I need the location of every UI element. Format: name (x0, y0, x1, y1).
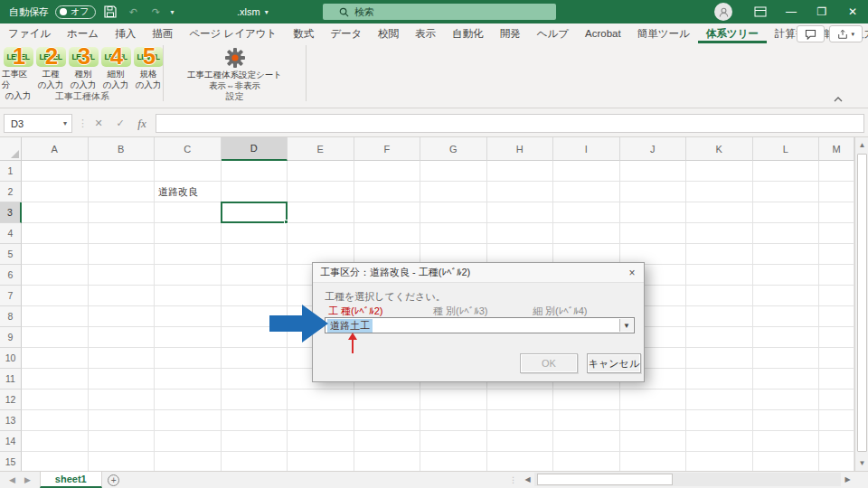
ribbon-tab-4[interactable]: ページ レイアウト (181, 23, 285, 43)
cell-G1[interactable] (420, 161, 487, 182)
cell-J13[interactable] (620, 410, 687, 431)
cell-M10[interactable] (819, 348, 854, 369)
cell-I12[interactable] (553, 389, 620, 410)
cell-J14[interactable] (620, 431, 687, 452)
cell-B3[interactable] (89, 202, 156, 223)
column-header-E[interactable]: E (288, 137, 354, 161)
cell-C5[interactable] (155, 244, 222, 265)
vertical-scrollbar[interactable]: ▲ ▼ (854, 137, 868, 471)
insert-function-icon[interactable]: fx (132, 114, 152, 133)
cell-L8[interactable] (753, 306, 820, 327)
ribbon-tab-8[interactable]: 表示 (407, 23, 444, 43)
cell-M7[interactable] (819, 286, 854, 306)
new-sheet-button[interactable]: + (102, 472, 126, 488)
name-box[interactable]: D3 ▾ (4, 114, 72, 133)
cell-M15[interactable] (819, 452, 854, 471)
column-header-L[interactable]: L (753, 137, 820, 161)
cell-M3[interactable] (819, 202, 854, 223)
column-header-B[interactable]: B (89, 137, 156, 161)
row-header-11[interactable]: 11 (0, 369, 22, 389)
workbook-title[interactable]: .xlsm ▾ (237, 0, 269, 23)
cell-L14[interactable] (753, 431, 820, 452)
cell-B11[interactable] (89, 369, 156, 389)
cell-G4[interactable] (420, 223, 487, 244)
cell-M1[interactable] (819, 161, 854, 182)
cell-K8[interactable] (686, 306, 753, 327)
cell-G3[interactable] (420, 202, 487, 223)
cell-K2[interactable] (686, 182, 753, 202)
cell-I2[interactable] (553, 182, 620, 202)
cell-B14[interactable] (89, 431, 156, 452)
dialog-titlebar[interactable]: 工事区分：道路改良 - 工種(ﾚﾍﾞﾙ2) × (313, 263, 644, 283)
row-header-4[interactable]: 4 (0, 223, 22, 244)
ribbon-tab-13[interactable]: 簡単ツール (629, 23, 698, 43)
row-header-5[interactable]: 5 (0, 244, 22, 265)
undo-icon[interactable]: ↶ (125, 5, 141, 19)
ribbon-tab-3[interactable]: 描画 (144, 23, 181, 43)
cell-K9[interactable] (686, 327, 753, 348)
cell-L9[interactable] (753, 327, 820, 348)
cell-A9[interactable] (22, 327, 89, 348)
cell-I3[interactable] (553, 202, 620, 223)
cell-K11[interactable] (686, 369, 753, 389)
cell-M8[interactable] (819, 306, 854, 327)
ribbon-tab-0[interactable]: ファイル (0, 23, 59, 43)
restore-button[interactable]: ❐ (807, 0, 837, 23)
sheet-nav-right-icon[interactable]: ▶ (24, 475, 31, 484)
ribbon-tab-11[interactable]: ヘルプ (529, 23, 577, 43)
ribbon-tab-6[interactable]: データ (322, 23, 370, 43)
cell-G2[interactable] (420, 182, 487, 202)
row-header-3[interactable]: 3 (0, 202, 22, 223)
cell-C12[interactable] (155, 389, 222, 410)
cell-A15[interactable] (22, 452, 89, 471)
cancel-entry-icon[interactable]: ✕ (89, 114, 108, 133)
row-header-15[interactable]: 15 (0, 452, 22, 471)
cell-K5[interactable] (686, 244, 753, 265)
column-header-A[interactable]: A (22, 137, 89, 161)
scroll-up-icon[interactable]: ▲ (855, 137, 868, 153)
row-header-12[interactable]: 12 (0, 389, 22, 410)
comments-button[interactable] (797, 25, 825, 42)
cell-L15[interactable] (753, 452, 820, 471)
cell-B5[interactable] (89, 244, 156, 265)
cell-F1[interactable] (354, 161, 421, 182)
cell-F15[interactable] (354, 452, 421, 471)
cell-J12[interactable] (620, 389, 687, 410)
cell-B12[interactable] (89, 389, 156, 410)
cell-C4[interactable] (155, 223, 222, 244)
ribbon-tab-2[interactable]: 挿入 (107, 23, 144, 43)
cell-L4[interactable] (753, 223, 820, 244)
cell-J1[interactable] (620, 161, 687, 182)
cell-E15[interactable] (288, 452, 354, 471)
cell-K14[interactable] (686, 431, 753, 452)
cell-A5[interactable] (22, 244, 89, 265)
confirm-entry-icon[interactable]: ✓ (110, 114, 130, 133)
cell-A14[interactable] (22, 431, 89, 452)
cell-C13[interactable] (155, 410, 222, 431)
cell-D10[interactable] (222, 348, 288, 369)
kousyu-combobox[interactable]: 道路土工 ▼ (325, 317, 635, 333)
cell-A4[interactable] (22, 223, 89, 244)
cell-A12[interactable] (22, 389, 89, 410)
cell-H2[interactable] (487, 182, 554, 202)
cell-A1[interactable] (22, 161, 89, 182)
cell-A3[interactable] (22, 202, 89, 223)
formula-input[interactable] (156, 114, 864, 133)
fill-handle[interactable] (284, 220, 288, 224)
cell-C1[interactable] (155, 161, 222, 182)
cell-K7[interactable] (686, 286, 753, 306)
cell-H3[interactable] (487, 202, 554, 223)
row-header-9[interactable]: 9 (0, 327, 22, 348)
cell-M2[interactable] (819, 182, 854, 202)
cell-E13[interactable] (288, 410, 354, 431)
minimize-button[interactable]: — (776, 0, 807, 23)
redo-icon[interactable]: ↷ (147, 5, 164, 19)
cell-C7[interactable] (155, 286, 222, 306)
cell-C8[interactable] (155, 306, 222, 327)
ribbon-tab-12[interactable]: Acrobat (577, 23, 629, 43)
cell-E4[interactable] (288, 223, 354, 244)
ribbon-tab-14[interactable]: 体系ツリー (698, 23, 767, 43)
cell-I4[interactable] (553, 223, 620, 244)
cell-B4[interactable] (89, 223, 156, 244)
cell-B7[interactable] (89, 286, 156, 306)
